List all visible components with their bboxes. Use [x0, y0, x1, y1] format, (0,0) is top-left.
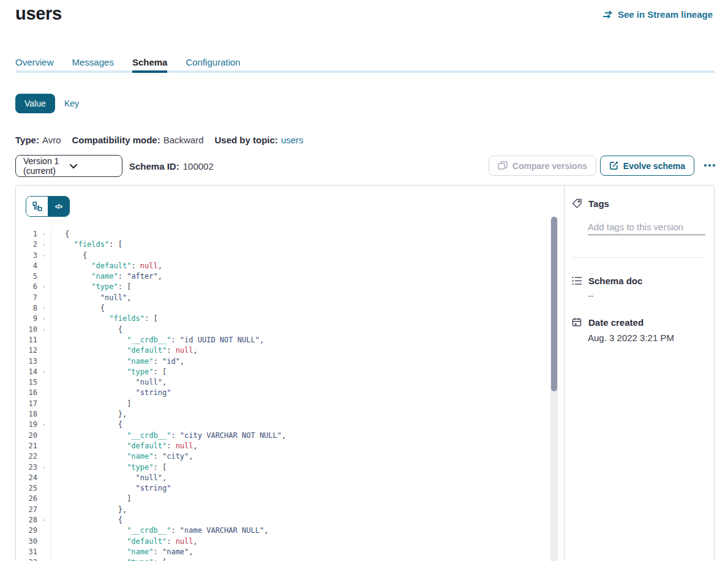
scrollbar-track[interactable] — [550, 216, 558, 561]
code-text: "fields": [ — [51, 314, 158, 324]
fold-toggle-icon[interactable]: ▾ — [37, 282, 51, 292]
line-number: 28 — [16, 515, 37, 525]
fold-toggle-icon[interactable]: ▾ — [37, 367, 51, 377]
code-line: 24"null", — [16, 473, 694, 483]
tags-section-header: Tags — [572, 198, 609, 209]
code-view-button[interactable]: </> — [48, 197, 69, 216]
line-number: 25 — [16, 483, 37, 494]
tab-overview[interactable]: Overview — [15, 54, 54, 70]
code-text: "null", — [51, 473, 167, 483]
fold-toggle-icon[interactable]: ▾ — [37, 462, 51, 473]
fold-toggle-icon[interactable]: ▾ — [37, 557, 51, 561]
code-text: "name": "name", — [51, 547, 193, 557]
fold-spacer — [37, 271, 51, 282]
fold-toggle-icon[interactable]: ▾ — [37, 420, 51, 430]
line-number: 12 — [16, 345, 37, 356]
fold-toggle-icon[interactable]: ▾ — [37, 303, 51, 314]
edit-icon — [609, 161, 618, 170]
fold-toggle-icon[interactable]: ▾ — [37, 239, 51, 250]
fold-spacer — [37, 261, 51, 271]
line-number: 30 — [16, 537, 37, 547]
schema-type: Type:Avro — [15, 135, 61, 145]
code-line: 30"default": null, — [16, 537, 694, 547]
add-tags-input[interactable] — [588, 219, 705, 235]
evolve-schema-button[interactable]: Evolve schema — [600, 156, 694, 176]
code-text: { — [51, 515, 122, 525]
more-options-button[interactable] — [700, 159, 719, 172]
stream-lineage-link[interactable]: See in Stream lineage — [602, 9, 713, 20]
code-line: 25"string" — [16, 483, 694, 494]
version-select[interactable]: Version 1 (current) — [15, 155, 122, 177]
scrollbar-thumb[interactable] — [551, 217, 557, 391]
line-number: 22 — [16, 451, 37, 462]
compare-versions-label: Compare versions — [512, 161, 587, 171]
tab-configuration[interactable]: Configuration — [186, 54, 240, 70]
schema-key-toggle[interactable]: Key — [57, 94, 86, 113]
fold-toggle-icon[interactable]: ▾ — [37, 325, 51, 335]
code-text: "__crdb__": "id UUID NOT NULL", — [51, 335, 264, 345]
tree-view-icon — [32, 201, 42, 211]
fold-toggle-icon[interactable]: ▾ — [37, 314, 51, 324]
fold-toggle-icon[interactable]: ▾ — [37, 515, 51, 525]
code-text: "__crdb__": "name VARCHAR NULL", — [51, 525, 268, 536]
code-line: 18}, — [16, 409, 694, 420]
code-line: 29"__crdb__": "name VARCHAR NULL", — [16, 525, 694, 536]
schema-doc-title: Schema doc — [588, 276, 642, 286]
code-text: { — [51, 250, 87, 261]
code-line: 21"default": null, — [16, 441, 694, 451]
fold-toggle-icon[interactable]: ▾ — [37, 229, 51, 239]
code-line: 32▾"type": [ — [16, 557, 694, 561]
code-text: "type": [ — [51, 282, 131, 292]
topic-link[interactable]: users — [281, 135, 304, 145]
code-text: { — [51, 420, 122, 430]
tab-messages[interactable]: Messages — [72, 54, 114, 70]
line-number: 29 — [16, 525, 37, 536]
code-text: ] — [51, 494, 131, 504]
code-text: "type": [ — [51, 557, 167, 561]
date-created-title: Date created — [588, 317, 644, 328]
line-number: 19 — [16, 420, 37, 430]
tab-schema[interactable]: Schema — [132, 54, 168, 70]
line-number: 26 — [16, 494, 37, 504]
fold-toggle-icon[interactable]: ▾ — [37, 250, 51, 261]
schema-meta-row: Type:Avro Compatibility mode:Backward Us… — [15, 135, 304, 145]
code-line: 20"__crdb__": "city VARCHAR NOT NULL", — [16, 431, 694, 441]
fold-spacer — [37, 505, 51, 515]
code-line: 8▾{ — [16, 303, 694, 314]
fold-spacer — [37, 494, 51, 504]
code-text: "default": null, — [51, 441, 198, 451]
date-created-value: Aug. 3 2022 3:21 PM — [588, 333, 674, 343]
sidebar-divider — [572, 257, 705, 258]
line-number: 18 — [16, 409, 37, 420]
fold-spacer — [37, 335, 51, 345]
code-text: "type": [ — [51, 367, 167, 377]
line-number: 6 — [16, 282, 37, 292]
line-number: 5 — [16, 271, 37, 282]
compatibility-mode: Compatibility mode:Backward — [72, 135, 203, 145]
tree-view-button[interactable] — [26, 197, 48, 216]
code-text: "name": "id", — [51, 356, 184, 367]
line-number: 23 — [16, 462, 37, 473]
code-text: "null", — [51, 377, 167, 388]
code-text: "fields": [ — [51, 239, 122, 250]
fold-spacer — [37, 441, 51, 451]
code-text: "default": null, — [51, 537, 198, 547]
line-number: 17 — [16, 399, 37, 409]
code-line: 2▾"fields": [ — [16, 239, 694, 250]
code-line: 28▾{ — [16, 515, 694, 525]
code-line: 4"default": null, — [16, 261, 694, 271]
code-text: }, — [51, 505, 127, 515]
schema-id-label: Schema ID: — [129, 161, 179, 171]
schema-value-toggle[interactable]: Value — [15, 94, 55, 113]
line-number: 14 — [16, 367, 37, 377]
line-number: 4 — [16, 261, 37, 271]
code-line: 27}, — [16, 505, 694, 515]
line-number: 32 — [16, 557, 37, 561]
code-line: 3▾{ — [16, 250, 694, 261]
stream-lineage-label: See in Stream lineage — [618, 9, 713, 20]
code-view-icon: </> — [55, 203, 62, 210]
code-text: }, — [51, 409, 127, 420]
code-text: "string" — [51, 483, 171, 494]
line-number: 11 — [16, 335, 37, 345]
compare-versions-button[interactable]: Compare versions — [489, 156, 596, 176]
